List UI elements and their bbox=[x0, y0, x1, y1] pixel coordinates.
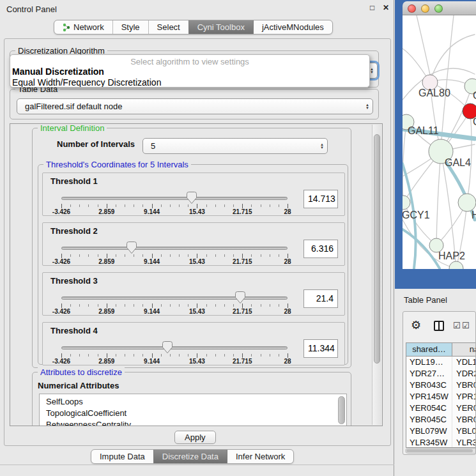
table-row[interactable]: YLR345WYLR3 bbox=[406, 437, 476, 447]
gear-icon[interactable]: ⚙ bbox=[411, 319, 421, 331]
column-layout-icon[interactable] bbox=[434, 321, 444, 331]
table-hscrollbar-thumb[interactable] bbox=[406, 449, 473, 452]
tick-label: 28 bbox=[268, 208, 307, 215]
number-of-intervals-label: Number of Intervals bbox=[57, 139, 135, 149]
threshold-value-field[interactable]: 6.316 bbox=[303, 240, 338, 258]
network-node[interactable] bbox=[458, 194, 476, 211]
tab-impute-data[interactable]: Impute Data bbox=[91, 450, 153, 463]
tick-mark bbox=[170, 304, 171, 307]
table-row[interactable]: YPR145WYPR1 bbox=[406, 391, 476, 403]
tick-label: 28 bbox=[268, 308, 307, 315]
group-label-threshold-coordinates: Threshold's Coordinates for 5 Intervals bbox=[43, 160, 191, 169]
network-view-window: GAL80GCGAL11GAL4GCY1HHAP2 bbox=[403, 1, 476, 269]
number-of-intervals-combo[interactable]: 5 ▲▼ bbox=[142, 138, 328, 154]
attribute-item-selfloops[interactable]: SelfLoops bbox=[40, 396, 346, 408]
threshold-slider-thumb[interactable] bbox=[235, 291, 245, 303]
tick-mark bbox=[61, 204, 62, 208]
algorithm-option-equal-width-frequency-discretization[interactable]: Equal Width/Frequency Discretization bbox=[10, 77, 369, 88]
tick-mark bbox=[224, 304, 225, 307]
table-cell: YBR045C bbox=[406, 414, 452, 426]
float-window-icon[interactable]: □ bbox=[370, 3, 374, 12]
tick-mark bbox=[261, 354, 261, 357]
column-header-shared-name[interactable]: shared… bbox=[406, 343, 452, 356]
settings-scrollbar-thumb[interactable] bbox=[374, 134, 380, 364]
threshold-panel: Threshold 2 -3.4262.8599.14415.4321.7152… bbox=[42, 222, 345, 266]
tick-mark bbox=[125, 354, 125, 357]
threshold-value-field[interactable]: 11.344 bbox=[303, 339, 338, 358]
tick-mark bbox=[152, 353, 153, 358]
close-traffic-light[interactable] bbox=[408, 4, 416, 13]
table-row[interactable]: YDL19…YDL1 bbox=[406, 357, 476, 368]
tick-mark bbox=[233, 354, 234, 357]
tick-mark bbox=[179, 304, 180, 307]
tab-label: Infer Network bbox=[236, 450, 285, 463]
threshold-value-field[interactable]: 14.713 bbox=[303, 190, 338, 208]
window-title: Control Panel bbox=[6, 4, 57, 14]
network-window-titlebar[interactable] bbox=[403, 1, 476, 15]
threshold-slider-track[interactable] bbox=[61, 197, 288, 200]
tick-mark bbox=[188, 254, 188, 257]
tick-mark bbox=[188, 204, 188, 207]
tick-mark bbox=[279, 204, 279, 207]
tick-mark bbox=[179, 254, 180, 257]
tab-label: Impute Data bbox=[100, 450, 145, 463]
threshold-slider-thumb[interactable] bbox=[187, 192, 197, 204]
node-label: GAL80 bbox=[418, 88, 450, 98]
attribute-item-topologicalcoefficient[interactable]: TopologicalCoefficient bbox=[40, 408, 346, 419]
apply-button[interactable]: Apply bbox=[174, 431, 216, 444]
network-edge[interactable] bbox=[403, 122, 406, 203]
network-canvas[interactable]: GAL80GCGAL11GAL4GCY1HHAP2 bbox=[403, 15, 476, 269]
network-edge[interactable] bbox=[436, 151, 441, 245]
minimize-traffic-light[interactable] bbox=[421, 4, 429, 13]
table-data-combo[interactable]: galFiltered.sif default node ▲▼ bbox=[17, 98, 373, 114]
table-row[interactable]: YBR045CYBR0 bbox=[406, 414, 476, 426]
table-row[interactable]: YBR043CYBR0 bbox=[406, 380, 476, 391]
threshold-slider-track[interactable] bbox=[61, 296, 288, 300]
threshold-slider-track[interactable] bbox=[61, 247, 288, 250]
tab-style[interactable]: Style bbox=[112, 20, 148, 34]
panel-divider bbox=[0, 464, 394, 465]
settings-scrollbar[interactable] bbox=[372, 125, 381, 425]
tab-infer-network[interactable]: Infer Network bbox=[227, 450, 293, 463]
tick-mark bbox=[134, 354, 134, 357]
table-cell: YBR043C bbox=[406, 380, 452, 391]
tab-cyni-toolbox[interactable]: Cyni Toolbox bbox=[188, 20, 253, 34]
column-header-name[interactable]: name bbox=[452, 343, 476, 356]
tick-mark bbox=[242, 254, 243, 258]
network-edge[interactable] bbox=[441, 15, 454, 139]
tick-mark bbox=[261, 254, 261, 257]
threshold-slider-thumb[interactable] bbox=[162, 341, 173, 353]
tick-mark bbox=[197, 254, 197, 258]
threshold-slider-thumb[interactable] bbox=[127, 242, 137, 254]
tab-jactivemnodules[interactable]: jActiveMNodules bbox=[253, 20, 332, 34]
tick-label: 28 bbox=[268, 258, 307, 265]
network-edge[interactable] bbox=[430, 35, 475, 82]
table-hscrollbar[interactable] bbox=[405, 448, 476, 454]
tick-mark bbox=[161, 304, 162, 307]
tab-select[interactable]: Select bbox=[148, 20, 188, 34]
table-row[interactable]: YER054CYER0 bbox=[406, 403, 476, 414]
tick-label: 21.715 bbox=[223, 358, 261, 365]
network-edge[interactable] bbox=[450, 144, 475, 150]
tick-mark bbox=[170, 254, 171, 257]
network-node[interactable] bbox=[449, 261, 463, 269]
network-node[interactable] bbox=[403, 196, 410, 210]
tab-discretize-data[interactable]: Discretize Data bbox=[153, 450, 227, 463]
checkbox-icon[interactable]: ☑ bbox=[453, 321, 461, 330]
tick-mark bbox=[161, 354, 162, 357]
tick-label: 9.144 bbox=[133, 208, 171, 215]
algorithm-option-manual-discretization[interactable]: Manual Discretization bbox=[10, 66, 369, 77]
list-scrollbar[interactable] bbox=[338, 396, 345, 424]
table-row[interactable]: YBL079WYBL0 bbox=[406, 426, 476, 437]
table-row[interactable]: YDR27…YDR2 bbox=[406, 368, 476, 380]
tab-network[interactable]: Network bbox=[54, 20, 112, 34]
checkbox-icon[interactable]: ☑ bbox=[462, 321, 470, 330]
zoom-traffic-light[interactable] bbox=[434, 4, 443, 13]
threshold-slider-track[interactable] bbox=[61, 346, 288, 349]
slider-tick-labels: -3.4262.8599.14415.4321.71528 bbox=[61, 258, 288, 266]
attribute-item-betweennesscentrality[interactable]: BetweennessCentrality bbox=[40, 419, 346, 426]
threshold-value-field[interactable]: 21.4 bbox=[303, 289, 338, 308]
tick-mark bbox=[79, 204, 80, 207]
combo-stepper-icon: ▲▼ bbox=[365, 99, 369, 114]
close-window-icon[interactable]: ✕ bbox=[383, 3, 389, 12]
